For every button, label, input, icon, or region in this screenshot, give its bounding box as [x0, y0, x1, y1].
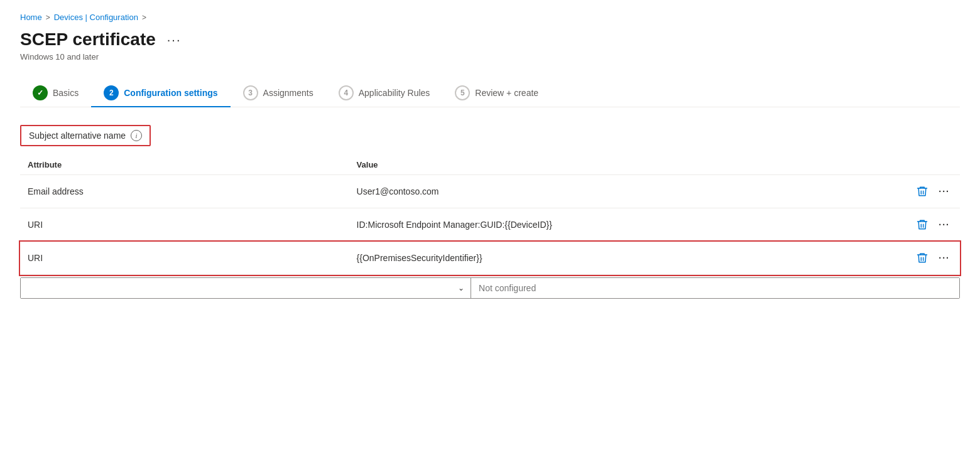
row-more-button[interactable]: ··· [936, 250, 952, 265]
info-icon[interactable]: i [131, 130, 142, 141]
attribute-dropdown-wrapper: Email address URI User principal name ⌄ [21, 278, 471, 298]
tab-configuration-label: Configuration settings [124, 88, 217, 98]
page-subtitle: Windows 10 and later [20, 52, 960, 62]
tab-applicability[interactable]: 4 Applicability Rules [326, 79, 443, 107]
tab-configuration[interactable]: 2 Configuration settings [91, 79, 230, 107]
table-row: URIID:Microsoft Endpoint Manager:GUID:{{… [20, 208, 960, 242]
tabs-nav: ✓ Basics 2 Configuration settings 3 Assi… [20, 79, 960, 107]
attribute-dropdown[interactable]: Email address URI User principal name [21, 278, 471, 298]
bottom-add-row: Email address URI User principal name ⌄ [20, 277, 960, 299]
cell-actions: ··· [866, 242, 960, 275]
trash-icon [916, 185, 928, 198]
checkmark-icon: ✓ [37, 88, 43, 97]
tab-applicability-icon: 4 [339, 85, 354, 100]
cell-attribute: URI [20, 242, 349, 275]
row-more-button[interactable]: ··· [936, 184, 952, 199]
col-header-value: Value [349, 155, 866, 175]
breadcrumb-home[interactable]: Home [20, 13, 42, 22]
tab-assignments-icon: 3 [243, 85, 258, 100]
cell-value: {{OnPremisesSecurityIdentifier}} [349, 242, 866, 275]
value-input[interactable] [471, 278, 959, 298]
tab-assignments-label: Assignments [263, 88, 313, 98]
trash-icon [916, 218, 928, 231]
tab-assignments[interactable]: 3 Assignments [231, 79, 326, 107]
cell-actions: ··· [866, 175, 960, 208]
content-section: Subject alternative name i Attribute Val… [20, 125, 960, 299]
col-header-attribute: Attribute [20, 155, 349, 175]
delete-row-button[interactable] [913, 183, 931, 200]
section-label-box: Subject alternative name i [20, 125, 151, 146]
breadcrumb-sep-2: > [142, 13, 146, 22]
page-title: SCEP certificate [20, 29, 156, 50]
table-row: Email addressUser1@contoso.com ··· [20, 175, 960, 208]
cell-actions: ··· [866, 208, 960, 242]
table-row: URI{{OnPremisesSecurityIdentifier}} ··· [20, 242, 960, 275]
row-more-button[interactable]: ··· [936, 217, 952, 232]
cell-attribute: URI [20, 208, 349, 242]
tab-basics-label: Basics [53, 88, 79, 98]
cell-value: ID:Microsoft Endpoint Manager:GUID:{{Dev… [349, 208, 866, 242]
tab-review-number: 5 [460, 88, 465, 97]
tab-configuration-icon: 2 [104, 85, 119, 100]
delete-row-button[interactable] [913, 249, 931, 267]
tab-configuration-number: 2 [109, 88, 114, 97]
more-options-button[interactable]: ··· [163, 30, 185, 50]
breadcrumb-devices[interactable]: Devices | Configuration [54, 13, 138, 22]
tab-applicability-number: 4 [344, 88, 348, 97]
tab-basics[interactable]: ✓ Basics [20, 79, 91, 107]
tab-review-icon: 5 [455, 85, 470, 100]
attribute-table: Attribute Value Email addressUser1@conto… [20, 155, 960, 275]
tab-basics-icon: ✓ [33, 85, 48, 100]
breadcrumb-sep-1: > [46, 13, 50, 22]
delete-row-button[interactable] [913, 216, 931, 233]
tab-assignments-number: 3 [248, 88, 253, 97]
tab-review-label: Review + create [475, 88, 538, 98]
cell-attribute: Email address [20, 175, 349, 208]
cell-value: User1@contoso.com [349, 175, 866, 208]
section-label-text: Subject alternative name [29, 131, 126, 141]
col-header-actions [866, 155, 960, 175]
tab-applicability-label: Applicability Rules [359, 88, 430, 98]
trash-icon [916, 252, 928, 264]
breadcrumb: Home > Devices | Configuration > [20, 13, 960, 22]
tab-review[interactable]: 5 Review + create [442, 79, 551, 107]
